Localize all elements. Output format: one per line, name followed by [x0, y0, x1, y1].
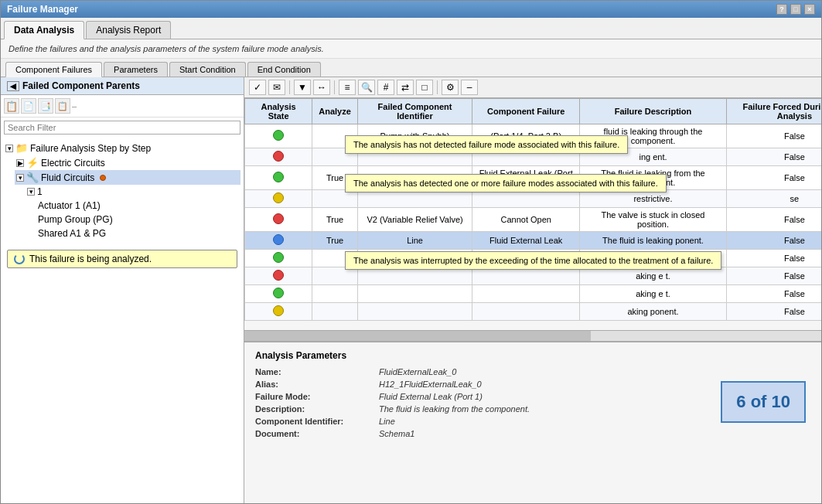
cell-forced: False — [726, 148, 821, 166]
tree-label-electric: Electric Circuits — [41, 158, 105, 169]
state-circle-green — [273, 288, 284, 298]
description-text: Define the failures and the analysis par… — [1, 39, 821, 59]
rtb-hash[interactable]: # — [377, 80, 394, 95]
param-document-value: Schema1 — [379, 429, 810, 438]
cell-forced: se — [726, 190, 821, 208]
main-window: Failure Manager ? □ × Data Analysis Anal… — [0, 0, 822, 504]
rtb-search[interactable]: 🔍 — [358, 80, 375, 95]
toolbar-icon-4[interactable]: 📋 — [55, 98, 70, 114]
state-circle-yellow — [273, 192, 284, 203]
rtb-filter[interactable]: ▼ — [294, 80, 311, 95]
minimize-button[interactable]: □ — [790, 4, 801, 15]
fluid-circuit-badge — [100, 175, 106, 181]
tree-item-1[interactable]: ▾ 1 — [26, 185, 240, 199]
tree-label-root: Failure Analysis Step by Step — [30, 143, 151, 154]
tree-item-root[interactable]: ▾ 📁 Failure Analysis Step by Step — [4, 141, 240, 155]
help-button[interactable]: ? — [776, 4, 787, 15]
right-panel: ✓ ✉ ▼ ↔ ≡ 🔍 # ⇄ □ ⚙ – The analy — [244, 77, 821, 503]
toolbar-icon-1[interactable]: 📋 — [4, 98, 19, 114]
rtb-sep3 — [437, 80, 438, 94]
state-circle-blue — [273, 234, 284, 245]
cell-forced: False — [726, 166, 821, 190]
param-description-label: Description: — [255, 404, 379, 414]
tooltip-row2: The analysis has detected one or more fa… — [345, 174, 667, 192]
cell-forced: False — [726, 303, 821, 321]
left-toolbar: 📋 📄 📑 📋 – — [1, 95, 244, 117]
expand-icon-electric[interactable]: ▶ — [16, 159, 24, 167]
table-row[interactable]: True V2 (Variable Relief Valve) Cannot O… — [245, 208, 822, 232]
left-panel-header: ◀ Failed Component Parents — [1, 77, 244, 95]
table-row[interactable]: aking ponent. False — [245, 303, 822, 321]
state-circle-red — [273, 151, 284, 162]
expand-icon-root[interactable]: ▾ — [5, 145, 13, 152]
state-circle-yellow — [273, 305, 284, 316]
rtb-dash[interactable]: – — [461, 80, 478, 95]
cell-comp-failure: Cannot Open — [472, 208, 580, 232]
tree-item-shared[interactable]: Shared A1 & PG — [36, 226, 240, 240]
tab-parameters[interactable]: Parameters — [104, 62, 168, 77]
tree-item-pump[interactable]: Pump Group (PG) — [36, 213, 240, 226]
rtb-arrows[interactable]: ↔ — [313, 80, 330, 95]
analysis-params-title: Analysis Parameters — [255, 350, 810, 361]
state-circle-red — [273, 213, 284, 224]
tab-analysis-report[interactable]: Analysis Report — [86, 21, 171, 39]
rtb-exchange[interactable]: ⇄ — [397, 80, 414, 95]
tooltip-row1: The analysis has not detected failure mo… — [345, 135, 628, 154]
cell-description: aking ponent. — [580, 303, 727, 321]
sub-tab-bar: Component Failures Parameters Start Cond… — [1, 59, 821, 77]
analyzing-tooltip-text: This failure is being analyzed. — [29, 254, 152, 264]
tree-label-pump: Pump Group (PG) — [38, 214, 113, 225]
right-toolbar: ✓ ✉ ▼ ↔ ≡ 🔍 # ⇄ □ ⚙ – — [244, 77, 821, 98]
cell-forced: False — [726, 250, 821, 267]
content-area: ◀ Failed Component Parents 📋 📄 📑 📋 – ▾ 📁 — [1, 77, 821, 503]
toolbar-icon-2[interactable]: 📄 — [21, 98, 36, 114]
cell-forced: False — [726, 285, 821, 303]
tree-item-actuator[interactable]: Actuator 1 (A1) — [36, 199, 240, 213]
col-component-failure: Component Failure — [472, 99, 580, 124]
col-failed-component: Failed Component Identifier — [357, 99, 472, 124]
tree-label-actuator: Actuator 1 (A1) — [38, 200, 101, 211]
expand-icon-1[interactable]: ▾ — [27, 188, 35, 196]
rtb-gear[interactable]: ⚙ — [442, 80, 459, 95]
search-input[interactable] — [4, 121, 240, 135]
tree-area: ▾ 📁 Failure Analysis Step by Step ▶ ⚡ El… — [1, 138, 244, 503]
col-forced: Failure Forced During the Analysis — [726, 99, 821, 124]
state-circle-red — [273, 270, 284, 281]
table-row[interactable]: True Line Fluid External Leak The fluid … — [245, 232, 822, 250]
tree-item-electric[interactable]: ▶ ⚡ Electric Circuits — [15, 155, 240, 170]
tab-end-condition[interactable]: End Condition — [247, 62, 321, 77]
rtb-sep1 — [289, 80, 290, 94]
cell-analyze: True — [312, 208, 358, 232]
rtb-square[interactable]: □ — [416, 80, 433, 95]
failed-component-parents-label: Failed Component Parents — [22, 80, 140, 91]
col-analyze: Analyze — [312, 99, 358, 124]
cell-failed-id: Line — [357, 232, 472, 250]
tree-label-shared: Shared A1 & PG — [38, 228, 106, 239]
tree-item-fluid[interactable]: ▾ 🔧 Fluid Circuits — [15, 170, 240, 185]
window-title: Failure Manager — [7, 4, 78, 15]
rtb-list[interactable]: ≡ — [339, 80, 356, 95]
table-row[interactable]: aking e t. False — [245, 285, 822, 303]
tree-label-1: 1 — [37, 186, 43, 197]
tab-component-failures[interactable]: Component Failures — [5, 62, 102, 77]
close-button[interactable]: × — [804, 4, 815, 15]
analysis-table: Analysis State Analyze Failed Component … — [244, 98, 821, 321]
horizontal-scrollbar[interactable] — [244, 330, 821, 341]
tab-data-analysis[interactable]: Data Analysis — [4, 21, 84, 39]
left-panel: ◀ Failed Component Parents 📋 📄 📑 📋 – ▾ 📁 — [1, 77, 244, 503]
tab-start-condition[interactable]: Start Condition — [169, 62, 246, 77]
nav-left-icon[interactable]: ◀ — [7, 81, 19, 91]
cell-forced: False — [726, 124, 821, 148]
analyzing-tooltip: This failure is being analyzed. — [7, 250, 237, 268]
state-circle-green — [273, 172, 284, 182]
col-analysis-state: Analysis State — [245, 99, 312, 124]
cell-description: The valve is stuck in closed position. — [580, 208, 727, 232]
rtb-check[interactable]: ✓ — [249, 80, 266, 95]
main-tab-bar: Data Analysis Analysis Report — [1, 18, 821, 39]
toolbar-icon-3[interactable]: 📑 — [38, 98, 53, 114]
rtb-mail[interactable]: ✉ — [268, 80, 285, 95]
param-failuremode-label: Failure Mode: — [255, 392, 379, 401]
window-controls: ? □ × — [776, 4, 815, 15]
expand-icon-fluid[interactable]: ▾ — [16, 174, 24, 182]
param-document-label: Document: — [255, 429, 379, 438]
